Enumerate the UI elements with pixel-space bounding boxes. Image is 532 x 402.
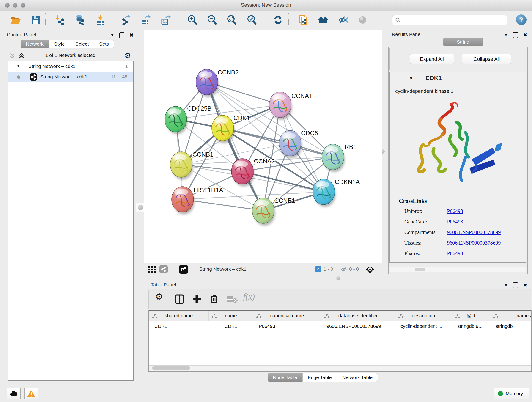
table-row[interactable]: CDK1CDK1P064939606.ENSP00000378699cyclin… <box>149 321 532 332</box>
add-column-icon[interactable] <box>191 294 202 305</box>
warning-button[interactable] <box>24 388 38 400</box>
network-share-view-icon[interactable] <box>159 265 168 274</box>
protein-section-header[interactable]: ▼ CDK1 <box>390 72 526 85</box>
main-toolbar: ? <box>0 11 532 29</box>
network-node-CCNE1[interactable]: CCNE1 <box>252 197 295 226</box>
tab-string[interactable]: String <box>443 38 483 46</box>
import-network-database-icon[interactable] <box>75 15 85 25</box>
cell-namespace[interactable]: stringdb <box>496 323 532 329</box>
panel-close-icon[interactable]: ✖ <box>129 32 133 38</box>
column-header-@id[interactable]: @id <box>452 311 490 321</box>
results-scrollbar[interactable] <box>389 267 526 272</box>
hidden-eye-icon[interactable] <box>341 266 347 273</box>
import-network-file-icon[interactable] <box>55 15 65 25</box>
network-node-CCNA2[interactable]: CCNA2 <box>231 158 275 186</box>
section-collapse-icon[interactable]: ▼ <box>409 76 413 81</box>
panel-float-icon[interactable] <box>513 282 518 288</box>
hidden-counts: 0 - 0 <box>349 266 359 272</box>
collapse-all-button[interactable]: Collapse All <box>462 54 511 64</box>
left-splitter-handle[interactable] <box>136 203 145 212</box>
grid-view-icon[interactable] <box>148 265 156 274</box>
selected-checkbox-icon[interactable]: ✓ <box>315 266 321 272</box>
fit-target-icon[interactable] <box>366 265 374 274</box>
open-session-icon[interactable] <box>10 15 21 25</box>
toolbar-separator <box>45 13 46 26</box>
export-table-icon[interactable] <box>141 15 151 25</box>
column-header-database-identifier[interactable]: database identifier <box>321 311 395 321</box>
network-node-CCNB2[interactable]: CCNB2 <box>196 69 239 97</box>
tab-network[interactable]: Network <box>21 40 49 48</box>
show-columns-icon[interactable] <box>174 294 185 305</box>
network-edge[interactable] <box>183 199 263 211</box>
node-table: shared name name canonical name database… <box>148 310 532 371</box>
network-node-CDC25B[interactable]: CDC25B <box>165 105 212 134</box>
panel-menu-icon[interactable]: ▼ <box>110 33 114 38</box>
status-bar: Memory <box>0 385 532 402</box>
expand-all-button[interactable]: Expand All <box>410 54 454 64</box>
panel-menu-icon[interactable]: ▼ <box>504 33 508 37</box>
network-list-header: 1 of 1 Network selected ⚙ <box>8 51 133 61</box>
zoom-in-icon[interactable] <box>187 15 197 25</box>
tab-edge-table[interactable]: Edge Table <box>302 373 337 382</box>
network-canvas[interactable]: CCNB2CCNA1CDC25BCDK1CDC6RB1CCNB1CCNA2CDK… <box>144 31 382 263</box>
network-node-RB1[interactable]: RB1 <box>322 143 357 172</box>
memory-button[interactable]: Memory <box>494 388 529 400</box>
hide-selected-icon[interactable] <box>338 15 348 25</box>
network-collection-row[interactable]: ▼ String Network – cdk1 1 <box>8 61 133 72</box>
first-neighbors-icon[interactable] <box>318 15 329 25</box>
column-header-description[interactable]: description <box>395 311 452 321</box>
column-header-canonical-name[interactable]: canonical name <box>253 311 321 321</box>
export-network-icon[interactable] <box>121 15 132 25</box>
selected-counts: 1 - 0 <box>323 266 333 272</box>
tab-sets[interactable]: Sets <box>94 40 114 48</box>
cell-@id[interactable]: stringdb:9... <box>457 323 489 329</box>
network-node-HIST1H1A[interactable]: HIST1H1A <box>172 186 223 215</box>
cloud-icon <box>10 390 18 397</box>
network-row-selected[interactable]: String Network – cdk1 11 48 <box>8 72 133 82</box>
crosslink-link[interactable]: 9606.ENSP00000378699 <box>447 240 501 246</box>
search-input[interactable] <box>392 15 507 25</box>
cloud-button[interactable] <box>7 388 21 400</box>
panel-float-icon[interactable] <box>513 32 518 38</box>
tab-style[interactable]: Style <box>49 40 70 48</box>
crosslink-link[interactable]: 9606.ENSP00000378699 <box>447 230 501 235</box>
network-options-gear-icon[interactable]: ⚙ <box>124 51 131 60</box>
panel-close-icon[interactable]: ✖ <box>523 32 527 38</box>
table-options-gear-icon[interactable]: ⚙ <box>155 291 163 302</box>
export-image-icon[interactable] <box>160 15 171 25</box>
cell-name[interactable]: CDK1 <box>209 323 253 329</box>
cell-database-identifier[interactable]: 9606.ENSP00000378699 <box>326 323 394 329</box>
import-table-file-icon[interactable] <box>95 15 106 25</box>
cell-description[interactable]: cyclin-dependent ... <box>400 323 451 329</box>
refresh-icon[interactable] <box>273 15 283 25</box>
help-button[interactable]: ? <box>516 14 526 25</box>
network-node-CDC6[interactable]: CDC6 <box>279 130 318 158</box>
cell-shared-name[interactable]: CDK1 <box>154 323 208 329</box>
collection-name: String Network – cdk1 <box>28 64 75 69</box>
show-all-icon[interactable] <box>357 15 368 25</box>
column-header-namespace[interactable]: namespace <box>490 311 532 321</box>
column-header-shared-name[interactable]: shared name <box>149 311 209 321</box>
network-node-CDK1[interactable]: CDK1 <box>212 115 250 143</box>
panel-menu-icon[interactable]: ▼ <box>504 283 508 288</box>
tab-network-table[interactable]: Network Table <box>337 373 378 382</box>
tree-expand-icon[interactable]: ▼ <box>17 64 20 68</box>
tab-select[interactable]: Select <box>70 40 94 48</box>
panel-close-icon[interactable]: ✖ <box>523 282 527 288</box>
zoom-selected-icon[interactable] <box>247 15 257 25</box>
new-network-from-selection-icon[interactable] <box>298 15 308 25</box>
zoom-fit-icon[interactable] <box>226 15 237 25</box>
zoom-out-icon[interactable] <box>207 15 217 25</box>
crosslink-link[interactable]: P06493 <box>447 219 463 225</box>
crosslink-link[interactable]: P06493 <box>447 250 463 256</box>
crosslink-link[interactable]: P06493 <box>447 208 463 214</box>
network-node-CDKN1A[interactable]: CDKN1A <box>313 179 360 207</box>
delete-column-icon[interactable] <box>209 294 220 305</box>
column-header-name[interactable]: name <box>209 311 253 321</box>
save-session-icon[interactable] <box>31 15 41 25</box>
open-in-new-window-icon[interactable] <box>179 265 188 274</box>
tab-node-table[interactable]: Node Table <box>268 373 302 382</box>
cell-canonical-name[interactable]: P06493 <box>259 323 320 329</box>
table-h-scrollbar[interactable] <box>149 365 531 371</box>
panel-float-icon[interactable] <box>119 32 124 38</box>
